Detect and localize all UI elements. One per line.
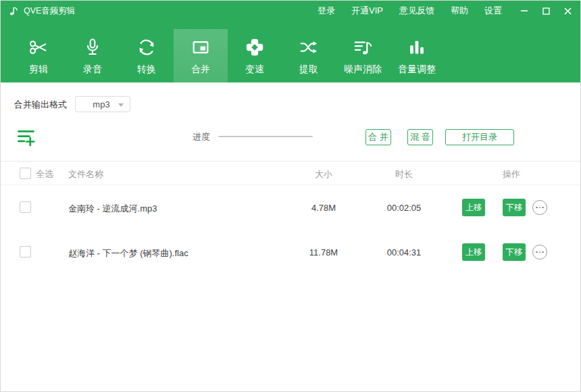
file-name: 赵海洋 - 下一个梦 (钢琴曲).flac: [68, 247, 188, 260]
tab-label: 音量调整: [398, 64, 436, 76]
convert-refresh-icon: [136, 37, 157, 60]
table-row: 金南玲 - 逆流成河.mp3 4.78M 00:02:05 上移 下移: [1, 185, 580, 230]
format-row: 合并输出格式 mp3: [1, 82, 580, 122]
select-all-checkbox[interactable]: [20, 168, 31, 179]
tab-convert[interactable]: 转换: [120, 29, 174, 82]
file-name: 金南玲 - 逆流成河.mp3: [68, 203, 157, 215]
tab-speed[interactable]: 变速: [228, 29, 282, 82]
tab-volume-adjust[interactable]: 音量调整: [390, 29, 444, 82]
tab-extract[interactable]: 提取: [282, 29, 336, 82]
progress-label: 进度: [193, 131, 210, 143]
move-down-button[interactable]: 下移: [503, 199, 526, 216]
extract-shuffle-icon: [299, 37, 319, 60]
row-checkbox[interactable]: [20, 246, 31, 258]
add-files-button[interactable]: [17, 128, 35, 149]
action-row: 进度 合 并 混 音 打开目录: [1, 122, 580, 161]
chevron-down-icon: [118, 103, 124, 107]
scissors-icon: [28, 37, 49, 60]
window-controls: [520, 6, 572, 16]
move-up-button[interactable]: 上移: [462, 199, 485, 216]
close-button[interactable]: [563, 6, 572, 16]
tab-label: 转换: [137, 64, 156, 76]
column-header-size: 大小: [315, 168, 332, 180]
more-options-button[interactable]: [532, 245, 547, 260]
tab-noise-removal[interactable]: 噪声消除: [336, 29, 390, 82]
maximize-button[interactable]: [541, 6, 551, 16]
row-checkbox[interactable]: [20, 201, 31, 213]
minimize-button[interactable]: [520, 6, 529, 16]
volume-bars-icon: [407, 37, 427, 60]
tab-label: 提取: [299, 64, 318, 76]
table-row: 赵海洋 - 下一个梦 (钢琴曲).flac 11.78M 00:04:31 上移…: [1, 230, 580, 274]
help-link[interactable]: 帮助: [451, 5, 468, 17]
column-header-duration: 时长: [395, 168, 413, 180]
progress-bar: [218, 136, 313, 137]
tab-label: 录音: [83, 64, 102, 76]
column-header-operation: 操作: [503, 168, 520, 180]
playlist-note-icon: [353, 37, 373, 60]
format-select-value: mp3: [93, 99, 109, 109]
file-duration: 00:04:31: [387, 247, 422, 258]
move-down-button[interactable]: 下移: [503, 243, 526, 261]
file-duration: 00:02:05: [387, 203, 422, 213]
settings-link[interactable]: 设置: [484, 5, 502, 17]
login-link[interactable]: 登录: [318, 5, 335, 17]
vip-link[interactable]: 开通VIP: [351, 5, 383, 17]
app-window: QVE音频剪辑 登录 开通VIP 意见反馈 帮助 设置: [0, 0, 581, 392]
select-all-label: 全选: [36, 168, 53, 180]
speed-cross-icon: [245, 37, 265, 60]
column-header-filename: 文件名称: [68, 168, 103, 180]
feedback-link[interactable]: 意见反馈: [399, 5, 434, 17]
tab-label: 变速: [245, 64, 264, 76]
open-directory-button[interactable]: 打开目录: [445, 129, 514, 145]
format-select[interactable]: mp3: [75, 96, 130, 112]
tab-record[interactable]: 录音: [66, 29, 120, 82]
file-size: 11.78M: [309, 247, 338, 258]
main-toolbar: 剪辑 录音 转换: [1, 21, 580, 82]
file-size: 4.78M: [311, 203, 336, 213]
move-up-button[interactable]: 上移: [462, 243, 485, 261]
merge-icon: [191, 37, 211, 60]
more-options-button[interactable]: [532, 200, 547, 215]
titlebar: QVE音频剪辑 登录 开通VIP 意见反馈 帮助 设置: [1, 1, 580, 21]
tab-merge[interactable]: 合并: [174, 29, 228, 82]
app-title: QVE音频剪辑: [24, 5, 75, 17]
merge-button[interactable]: 合 并: [365, 129, 391, 145]
tab-label: 噪声消除: [344, 64, 382, 76]
tab-label: 剪辑: [29, 64, 48, 76]
tab-cut[interactable]: 剪辑: [11, 29, 66, 82]
music-note-icon: [9, 5, 19, 16]
titlebar-menu: 登录 开通VIP 意见反馈 帮助 设置: [318, 5, 502, 17]
table-header: 全选 文件名称 大小 时长 操作: [1, 161, 580, 185]
output-format-label: 合并输出格式: [14, 99, 67, 111]
mix-button[interactable]: 混 音: [407, 129, 433, 145]
microphone-icon: [82, 37, 103, 60]
tab-label: 合并: [191, 64, 210, 76]
